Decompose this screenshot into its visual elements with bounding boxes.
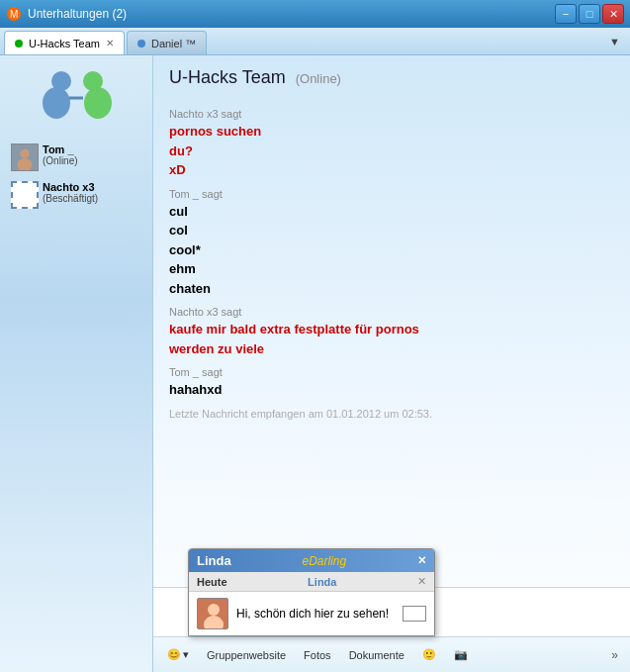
msg-line: chaten	[169, 279, 614, 299]
msg-line: ehm	[169, 259, 614, 279]
contact-tom-status: (Online)	[43, 155, 78, 166]
ad-linda-label: Linda	[308, 576, 336, 588]
msg-line: xD	[169, 160, 614, 180]
ad-input[interactable]	[403, 606, 426, 622]
sender-nachto-1: Nachto x3 sagt	[169, 108, 614, 120]
ad-message-text: Hi, schön dich hier zu sehen!	[236, 607, 395, 621]
tom-avatar	[11, 144, 39, 171]
fotos-button[interactable]: Fotos	[298, 647, 337, 663]
contact-nachto-name: Nachto x3	[43, 181, 98, 193]
smiley-icon: 😊	[167, 648, 181, 661]
more-button[interactable]: »	[607, 646, 622, 664]
timestamp: Letzte Nachricht empfangen am 01.01.2012…	[169, 408, 614, 420]
input-toolbar: 😊 ▾ Gruppenwebsite Fotos Dokumente 🙂 📷 »	[153, 636, 630, 672]
contact-nachto-status: (Beschäftigt)	[43, 193, 98, 204]
message-group-1: Nachto x3 sagt pornos suchen du? xD	[169, 108, 614, 180]
ad-body: Hi, schön dich hier zu sehen!	[189, 592, 434, 635]
group-icon	[32, 63, 121, 133]
message-group-2: Tom _ sagt cul col cool* ehm chaten	[169, 188, 614, 299]
video-icon: 📷	[454, 648, 468, 661]
tab-close-uhacks[interactable]: ✕	[106, 38, 114, 48]
message-group-3: Nachto x3 sagt kaufe mir bald extra fest…	[169, 306, 614, 358]
svg-point-11	[208, 604, 220, 616]
tab-label2: Daniel ™	[151, 38, 196, 49]
smiley-arrow: ▾	[183, 648, 189, 661]
svg-point-9	[18, 158, 33, 171]
window-title: Unterhaltungen (2)	[28, 7, 127, 21]
ad-subclose-button[interactable]: ✕	[417, 575, 426, 588]
chat-status: (Online)	[296, 71, 341, 86]
tab-arrow[interactable]: ▼	[603, 34, 626, 49]
contact-tom[interactable]: Tom _ (Online)	[7, 141, 145, 174]
chat-title: U-Hacks Team	[169, 67, 286, 88]
ad-today-label: Heute	[197, 576, 227, 588]
ad-close-button[interactable]: ✕	[417, 554, 426, 567]
contact-tom-name: Tom _	[43, 144, 78, 155]
smiley-button[interactable]: 😊 ▾	[161, 646, 195, 663]
tabbar: U-Hacks Team ✕ Daniel ™ ▼	[0, 28, 630, 55]
close-button[interactable]: ✕	[602, 4, 624, 24]
msg-line: hahahxd	[169, 380, 614, 400]
sender-tom-2: Tom _ sagt	[169, 366, 614, 378]
tab-dot2	[137, 40, 145, 48]
svg-point-8	[20, 149, 29, 158]
ad-brand: eDarling	[302, 554, 346, 568]
msg-line: kaufe mir bald extra festplatte für porn…	[169, 320, 614, 339]
smiley2-button[interactable]: 🙂	[416, 646, 442, 663]
msg-line: col	[169, 221, 614, 240]
tab-uhacks[interactable]: U-Hacks Team ✕	[4, 31, 125, 54]
sender-nachto-2: Nachto x3 sagt	[169, 306, 614, 318]
dokumente-button[interactable]: Dokumente	[343, 647, 410, 663]
smiley2-icon: 🙂	[422, 648, 436, 661]
svg-point-5	[84, 87, 112, 119]
chat-messages[interactable]: Nachto x3 sagt pornos suchen du? xD Tom …	[153, 96, 630, 587]
chat-header: U-Hacks Team (Online)	[153, 55, 630, 96]
tab-label: U-Hacks Team	[29, 38, 100, 49]
video-button[interactable]: 📷	[448, 646, 474, 663]
msg-line: cul	[169, 202, 614, 222]
nachto-avatar	[11, 181, 39, 209]
message-group-4: Tom _ sagt hahahxd	[169, 366, 614, 400]
msg-line: du?	[169, 142, 614, 161]
msg-line: werden zu viele	[169, 339, 614, 359]
msg-line: cool*	[169, 240, 614, 260]
window: M Unterhaltungen (2) − □ ✕ U-Hacks Team …	[0, 0, 630, 672]
minimize-button[interactable]: −	[555, 4, 577, 24]
app-icon: M	[6, 6, 22, 22]
titlebar: M Unterhaltungen (2) − □ ✕	[0, 0, 630, 28]
sender-tom-1: Tom _ sagt	[169, 188, 614, 200]
tab-daniel[interactable]: Daniel ™	[127, 31, 207, 54]
msg-line: pornos suchen	[169, 122, 614, 142]
ad-avatar	[197, 598, 228, 629]
maximize-button[interactable]: □	[579, 4, 600, 24]
svg-text:M: M	[10, 9, 18, 20]
ad-sender-name: Linda	[197, 553, 231, 568]
ad-header: Linda eDarling ✕	[189, 549, 434, 572]
tab-dot	[15, 40, 23, 48]
ad-popup: Linda eDarling ✕ Heute Linda ✕ Hi, schön…	[188, 548, 435, 636]
ad-subheader: Heute Linda ✕	[189, 572, 434, 592]
gruppenwebsite-button[interactable]: Gruppenwebsite	[201, 647, 292, 663]
svg-point-3	[43, 87, 70, 119]
sidebar: Tom _ (Online) Nachto x3 (Beschäftigt)	[0, 55, 153, 672]
contact-nachto[interactable]: Nachto x3 (Beschäftigt)	[7, 178, 145, 212]
